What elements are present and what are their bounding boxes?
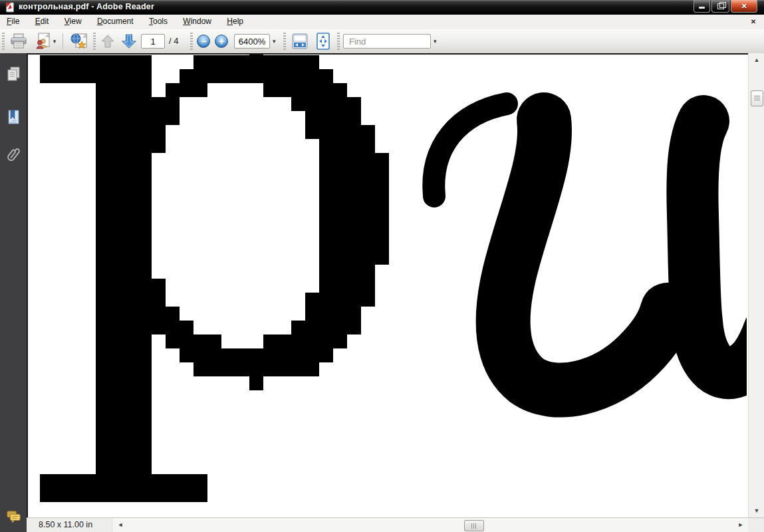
minimize-button[interactable]: [694, 0, 710, 13]
vertical-scroll-thumb[interactable]: [751, 90, 763, 106]
toolbar-grip: [190, 33, 193, 50]
fit-page-button[interactable]: [313, 32, 333, 51]
collaborate-icon: [35, 33, 52, 50]
page-count-label: / 4: [169, 34, 178, 49]
page-thumbnails-icon: [6, 66, 21, 83]
zoom-level-field[interactable]: [234, 34, 270, 49]
window-controls: ✕: [692, 0, 757, 13]
thumb-grip: [754, 96, 760, 102]
window-title: контрольная.pdf - Adobe Reader: [19, 0, 154, 15]
horizontal-scroll-thumb[interactable]: [464, 520, 484, 531]
print-icon: [10, 33, 27, 49]
paperclip-icon: [5, 146, 21, 165]
scroll-left-icon[interactable]: ◄: [115, 518, 126, 532]
acrobat-com-button[interactable]: [68, 32, 90, 51]
menu-tools[interactable]: Tools: [142, 15, 174, 29]
status-bar: 8.50 x 11.00 in ◄ ►: [27, 517, 764, 532]
next-page-button[interactable]: [120, 32, 138, 51]
zoom-dropdown-icon[interactable]: ▾: [273, 37, 276, 45]
fit-width-icon: [291, 33, 309, 50]
menu-window[interactable]: Window: [176, 15, 218, 29]
zoom-in-button[interactable]: +: [215, 35, 228, 48]
previous-page-icon: [100, 34, 115, 49]
page-number-field[interactable]: [141, 34, 165, 49]
scroll-down-icon[interactable]: ▼: [749, 507, 764, 514]
toolbar-grip: [337, 33, 340, 50]
page-size-label: 8.50 x 11.00 in: [39, 518, 92, 532]
restore-icon: [717, 3, 724, 9]
vertical-scrollbar[interactable]: ▲ ▼: [748, 53, 764, 517]
scroll-up-icon[interactable]: ▲: [749, 57, 764, 63]
close-icon: ✕: [741, 2, 747, 11]
print-button[interactable]: [8, 32, 29, 51]
find-dropdown-icon[interactable]: ▾: [434, 37, 437, 45]
fit-width-button[interactable]: [290, 32, 310, 51]
scrollbar-corner: [748, 518, 764, 532]
zoom-out-button[interactable]: −: [197, 35, 210, 48]
page-thumbnails-button[interactable]: [5, 65, 21, 84]
zoom-in-icon: +: [219, 35, 224, 47]
page-canvas: [28, 55, 747, 517]
menu-help[interactable]: Help: [220, 15, 250, 29]
menu-document[interactable]: Document: [90, 15, 140, 29]
find-input[interactable]: [343, 34, 431, 49]
attachments-button[interactable]: [5, 146, 21, 165]
horizontal-scrollbar[interactable]: ◄ ►: [112, 518, 749, 532]
adobe-reader-window: контрольная.pdf - Adobe Reader ✕ File Ed…: [0, 0, 764, 532]
menu-file[interactable]: File: [0, 15, 26, 29]
toolbar-grip: [2, 33, 5, 50]
acrobat-com-icon: [70, 33, 88, 50]
toolbar: ▾ / 4 −: [0, 29, 764, 54]
title-bar: контрольная.pdf - Adobe Reader ✕: [0, 0, 764, 15]
toolbar-grip: [93, 33, 96, 50]
fit-page-icon: [315, 33, 332, 50]
restore-button[interactable]: [711, 0, 729, 13]
toolbar-separator: [63, 33, 63, 49]
thumb-grip: [471, 523, 477, 529]
menu-bar: File Edit View Document Tools Window Hel…: [0, 15, 764, 30]
scroll-right-icon[interactable]: ►: [735, 518, 746, 532]
collaborate-dropdown-icon: ▾: [53, 37, 57, 45]
comments-icon: [5, 509, 21, 525]
minimize-icon: [699, 7, 705, 9]
toolbar-grip: [283, 33, 286, 50]
bookmarks-button[interactable]: [5, 108, 21, 127]
navigation-sidebar: [0, 53, 28, 532]
close-document-icon[interactable]: ✕: [748, 17, 759, 27]
comments-button[interactable]: [5, 507, 21, 526]
zoom-out-icon: −: [201, 35, 206, 47]
menu-edit[interactable]: Edit: [29, 15, 56, 29]
close-button[interactable]: ✕: [731, 0, 757, 13]
collaborate-button[interactable]: ▾: [32, 32, 59, 51]
document-page[interactable]: [28, 53, 748, 519]
menu-view[interactable]: View: [58, 15, 88, 29]
previous-page-button[interactable]: [98, 32, 117, 51]
next-page-icon: [121, 33, 137, 49]
adobe-reader-app-icon: [5, 2, 15, 13]
bookmarks-icon: [6, 109, 21, 126]
